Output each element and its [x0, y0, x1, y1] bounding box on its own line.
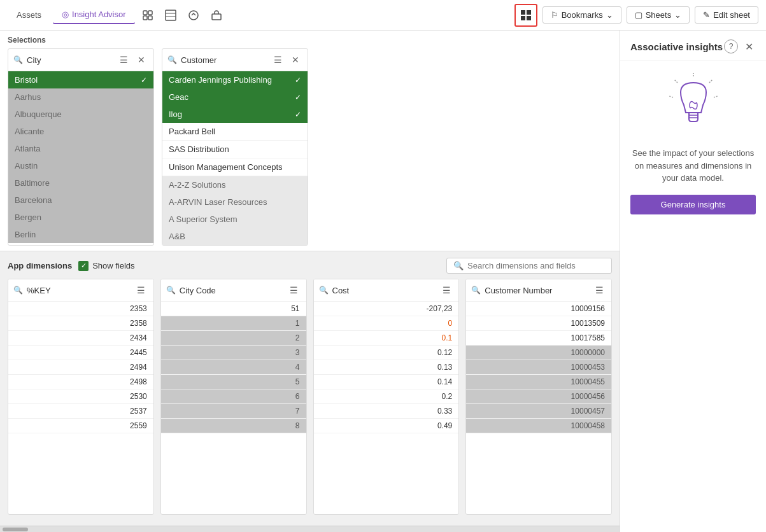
customer-item-asup[interactable]: A Superior System — [162, 211, 308, 228]
cost-cell-014[interactable]: 0.14 — [314, 375, 459, 389]
cost-cell-012[interactable]: 0.12 — [314, 346, 459, 360]
tool-btn-1[interactable] — [138, 5, 158, 25]
key-cell-4[interactable]: 2445 — [8, 346, 153, 360]
custnum-cell-9[interactable]: 10000458 — [466, 419, 611, 433]
city-item-alicante[interactable]: Alicante — [8, 123, 153, 140]
dim-card-citycode-header: 🔍 City Code ☰ — [161, 279, 306, 302]
citycode-cell-6[interactable]: 6 — [161, 389, 306, 404]
cost-cell-02[interactable]: 0.2 — [314, 389, 459, 404]
custnum-menu[interactable]: ☰ — [592, 283, 606, 297]
city-filter-header: 🔍 City ☰ ✕ — [8, 49, 153, 71]
citycode-cell-5[interactable]: 5 — [161, 375, 306, 389]
citycode-cell-1[interactable]: 1 — [161, 316, 306, 331]
customer-item-packard[interactable]: Packard Bell — [162, 123, 308, 141]
custnum-cell-1[interactable]: 10009156 — [466, 302, 611, 316]
customer-item-aarvin[interactable]: A-ARVIN Laser Resources — [162, 193, 308, 211]
customer-item-a2z[interactable]: A-2-Z Solutions — [162, 176, 308, 193]
city-item-aarhus[interactable]: Aarhus — [8, 88, 153, 106]
key-cell-7[interactable]: 2530 — [8, 389, 153, 404]
cost-cell-0[interactable]: 0 — [314, 316, 459, 331]
help-button[interactable]: ? — [724, 39, 738, 53]
cost-cell-01[interactable]: 0.1 — [314, 331, 459, 346]
sheets-chevron: ⌄ — [674, 10, 681, 20]
key-cell-2[interactable]: 2358 — [8, 316, 153, 331]
custnum-cell-7[interactable]: 10000456 — [466, 389, 611, 404]
edit-sheet-button[interactable]: ✎ Edit sheet — [695, 6, 758, 24]
city-item-bergen[interactable]: Bergen — [8, 209, 153, 226]
edit-icon: ✎ — [703, 10, 710, 20]
citycode-cell-51[interactable]: 51 — [161, 302, 306, 316]
search-dims-input-wrapper[interactable]: 🔍 — [446, 258, 612, 274]
close-panel-button[interactable]: ✕ — [742, 39, 756, 53]
citycode-cell-2[interactable]: 2 — [161, 331, 306, 346]
city-item-baltimore[interactable]: Baltimore — [8, 174, 153, 192]
city-filter-menu[interactable]: ☰ — [117, 53, 131, 67]
customer-item-ilog[interactable]: Ilog ✓ — [162, 106, 308, 123]
citycode-cell-8[interactable]: 8 — [161, 419, 306, 433]
show-fields-toggle[interactable]: ✓ Show fields — [78, 261, 134, 271]
city-item-berlin[interactable]: Berlin — [8, 226, 153, 243]
sheets-button[interactable]: ▢ Sheets ⌄ — [627, 6, 690, 24]
city-search-icon: 🔍 — [13, 55, 23, 64]
app-dims-label: App dimensions — [8, 261, 72, 270]
cost-cell-neg[interactable]: -207,23 — [314, 302, 459, 316]
city-item-bristol[interactable]: Bristol ✓ — [8, 71, 153, 88]
citycode-menu[interactable]: ☰ — [287, 283, 301, 297]
city-filter-clear[interactable]: ✕ — [134, 53, 148, 67]
city-item-atlanta[interactable]: Atlanta — [8, 140, 153, 157]
city-item-albuquerque[interactable]: Albuquerque — [8, 106, 153, 123]
customer-filter-items: Carden Jennings Publishing ✓ Geac ✓ Ilog… — [162, 71, 308, 245]
cost-cell-013[interactable]: 0.13 — [314, 360, 459, 375]
custnum-cell-8[interactable]: 10000457 — [466, 404, 611, 419]
customer-filter-menu[interactable]: ☰ — [271, 53, 285, 67]
assets-tab[interactable]: Assets — [8, 6, 50, 24]
svg-line-17 — [669, 96, 673, 97]
key-cell-8[interactable]: 2537 — [8, 404, 153, 419]
key-cell-1[interactable]: 2353 — [8, 302, 153, 316]
svg-line-15 — [674, 80, 677, 83]
selections-label: Selections — [8, 36, 612, 45]
customer-item-sas[interactable]: SAS Distribution — [162, 141, 308, 158]
bookmarks-button[interactable]: ⚐ Bookmarks ⌄ — [543, 6, 621, 24]
key-cell-9[interactable]: 2559 — [8, 419, 153, 433]
custnum-cell-2[interactable]: 10013509 — [466, 316, 611, 331]
citycode-cell-3[interactable]: 3 — [161, 346, 306, 360]
tool-btn-4[interactable] — [206, 5, 227, 25]
search-dims-field[interactable] — [467, 261, 605, 270]
cost-cell-049[interactable]: 0.49 — [314, 419, 459, 433]
svg-rect-4 — [166, 10, 176, 20]
key-title: %KEY — [27, 286, 131, 295]
insight-advisor-label: Insight Advisor — [72, 10, 126, 19]
custnum-cell-3[interactable]: 10017585 — [466, 331, 611, 346]
svg-rect-11 — [521, 16, 525, 20]
customer-filter: 🔍 Customer ☰ ✕ Carden Jennings Publishin… — [162, 48, 308, 246]
cost-cell-033[interactable]: 0.33 — [314, 404, 459, 419]
grid-view-button[interactable] — [514, 4, 537, 27]
cost-menu[interactable]: ☰ — [439, 283, 453, 297]
generate-insights-button[interactable]: Generate insights — [630, 195, 756, 214]
customer-item-geac[interactable]: Geac ✓ — [162, 88, 308, 106]
bottom-scrollbar[interactable] — [0, 526, 620, 532]
key-menu[interactable]: ☰ — [134, 283, 148, 297]
citycode-cell-4[interactable]: 4 — [161, 360, 306, 375]
custnum-cell-5[interactable]: 10000453 — [466, 360, 611, 375]
city-item-barcelona[interactable]: Barcelona — [8, 192, 153, 209]
key-cells: 2353 2358 2434 2445 2494 2498 2530 2537 … — [8, 302, 153, 433]
insight-advisor-tab[interactable]: ◎ Insight Advisor — [53, 6, 135, 24]
key-cell-6[interactable]: 2498 — [8, 375, 153, 389]
key-cell-5[interactable]: 2494 — [8, 360, 153, 375]
insight-description: See the impact of your selections on mea… — [630, 147, 756, 185]
citycode-cell-7[interactable]: 7 — [161, 404, 306, 419]
key-cell-3[interactable]: 2434 — [8, 331, 153, 346]
customer-filter-clear[interactable]: ✕ — [288, 53, 302, 67]
city-item-austin[interactable]: Austin — [8, 157, 153, 174]
app-dimensions-section: App dimensions ✓ Show fields 🔍 � — [0, 251, 620, 526]
customer-item-carden[interactable]: Carden Jennings Publishing ✓ — [162, 71, 308, 88]
custnum-cell-4[interactable]: 10000000 — [466, 346, 611, 360]
tool-btn-3[interactable] — [183, 5, 204, 25]
customer-item-unison[interactable]: Unison Management Concepts — [162, 158, 308, 176]
custnum-cell-6[interactable]: 10000455 — [466, 375, 611, 389]
app-dims-header: App dimensions ✓ Show fields 🔍 — [8, 258, 612, 274]
tool-btn-2[interactable] — [160, 5, 181, 25]
customer-item-ab[interactable]: A&B — [162, 228, 308, 245]
